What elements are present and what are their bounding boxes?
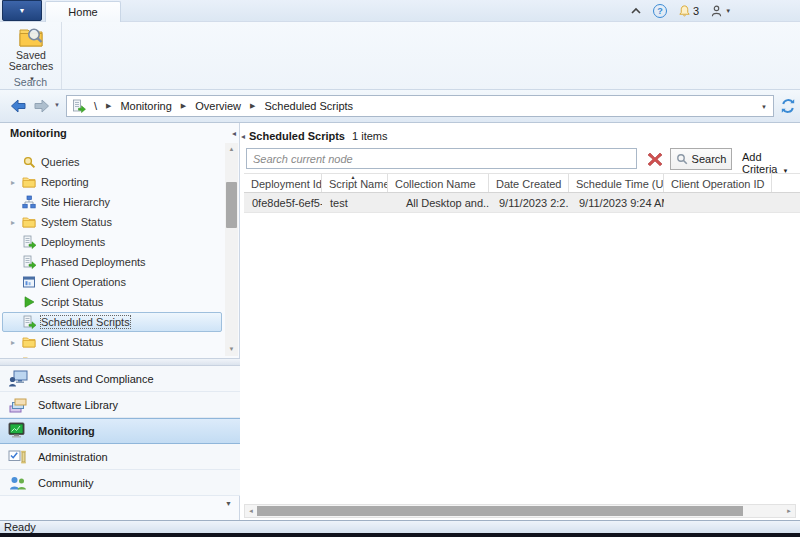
cell-script-name: test (322, 193, 388, 212)
refresh-icon[interactable] (780, 98, 797, 115)
add-criteria-button[interactable]: Add Criteria ▼ (742, 151, 796, 175)
ribbon-tab-bar: ▼ Home ? 3 ▼ (0, 0, 800, 22)
tree-item-site-hierarchy[interactable]: Site Hierarchy (2, 192, 222, 212)
back-button[interactable] (6, 94, 29, 117)
workspace-buttons: Assets and Compliance Software Library M… (0, 366, 240, 496)
breadcrumb-item-monitoring[interactable]: Monitoring (120, 100, 171, 112)
feedback-dropdown-arrow: ▼ (725, 8, 731, 14)
node-icon (71, 99, 86, 113)
saved-searches-icon (18, 25, 44, 49)
column-header-script-name[interactable]: ▲ Script Name (322, 174, 388, 192)
column-header-date-created[interactable]: Date Created (489, 174, 569, 192)
feedback-icon[interactable]: ▼ (710, 3, 731, 19)
collapse-ribbon-icon[interactable] (630, 3, 642, 19)
results-pane: ◂ Scheduled Scripts 1 items Search Add C… (240, 123, 800, 520)
folder-icon (22, 175, 36, 189)
scrollbar-thumb[interactable] (226, 182, 237, 228)
expand-arrow-icon[interactable]: ▸ (11, 338, 22, 347)
titlebar-icons: ? 3 ▼ (630, 2, 731, 20)
tree-item-deployments[interactable]: Deployments (2, 232, 222, 252)
collapse-pane-icon[interactable]: ◂ (232, 129, 236, 138)
status-bar: Ready (0, 520, 800, 533)
results-grid: Deployment Id ▲ Script Name Collection N… (244, 173, 800, 213)
workspace-assets-and-compliance[interactable]: Assets and Compliance (0, 366, 240, 392)
collapse-navigation-icon[interactable]: ◂ (241, 132, 245, 141)
notification-count: 3 (693, 5, 699, 17)
status-text: Ready (4, 521, 36, 533)
search-button[interactable]: Search (670, 148, 732, 170)
breadcrumb-separator-icon: ▶ (106, 102, 111, 110)
deployment-icon (22, 255, 36, 269)
breadcrumb[interactable]: \ ▶ Monitoring ▶ Overview ▶ Scheduled Sc… (66, 95, 774, 117)
app-menu-button[interactable]: ▼ (2, 0, 42, 21)
column-header-collection-name[interactable]: Collection Name (388, 174, 489, 192)
tree-item-reporting[interactable]: ▸ Reporting (2, 172, 222, 192)
folder-icon (22, 215, 36, 229)
workspace-monitoring[interactable]: Monitoring (0, 418, 240, 444)
tree-item-script-status[interactable]: Script Status (2, 292, 222, 312)
deployment-icon (22, 235, 36, 249)
grid-header: Deployment Id ▲ Script Name Collection N… (244, 173, 800, 193)
assets-and-compliance-icon (8, 370, 28, 388)
tree-item-scheduled-scripts[interactable]: Scheduled Scripts (2, 312, 222, 332)
cell-schedule-time: 9/11/2023 9:24 AM (569, 193, 664, 212)
pane-splitter[interactable] (0, 358, 240, 366)
help-icon[interactable]: ? (653, 3, 667, 19)
saved-searches-label-line2: Searches (9, 60, 53, 72)
item-count: 1 items (352, 130, 387, 142)
ribbon-group-search: Saved Searches ▼ Search (0, 22, 62, 89)
scroll-left-icon[interactable]: ◄ (245, 505, 257, 517)
expand-arrow-icon[interactable]: ▸ (11, 218, 22, 227)
navigation-pane: Monitoring ◂ Queries ▸ Reporting (0, 123, 240, 520)
breadcrumb-root[interactable]: \ (94, 100, 97, 112)
tree-item-client-operations[interactable]: Client Operations (2, 272, 222, 292)
column-header-schedule-time[interactable]: Schedule Time (UTC) (569, 174, 664, 192)
software-library-icon (8, 396, 28, 414)
tab-home[interactable]: Home (45, 1, 121, 22)
workspace-software-library[interactable]: Software Library (0, 392, 240, 418)
tree-item-system-status[interactable]: ▸ System Status (2, 212, 222, 232)
forward-button[interactable] (30, 94, 53, 117)
workspace-community[interactable]: Community (0, 470, 240, 496)
history-dropdown-arrow[interactable]: ▼ (54, 102, 60, 108)
configure-workspaces-icon[interactable]: ▼ (225, 500, 232, 507)
sort-ascending-icon: ▲ (351, 174, 356, 180)
table-row[interactable]: 0fe8de5f-6ef5-... test All Desktop and..… (244, 193, 800, 213)
tree-item-queries[interactable]: Queries (2, 152, 222, 172)
list-title-text: Scheduled Scripts (249, 130, 345, 142)
ribbon: Saved Searches ▼ Search (0, 22, 800, 90)
scroll-right-icon[interactable]: ► (783, 505, 795, 517)
address-dropdown-arrow[interactable]: ▼ (761, 104, 767, 110)
site-hierarchy-icon (22, 195, 36, 209)
cell-date-created: 9/11/2023 2:2... (489, 193, 569, 212)
client-operations-icon (22, 275, 36, 289)
navigation-pane-title: Monitoring (0, 123, 239, 143)
breadcrumb-item-overview[interactable]: Overview (195, 100, 241, 112)
notifications-bell-icon[interactable]: 3 (678, 3, 699, 19)
scroll-down-icon[interactable]: ▼ (225, 343, 238, 356)
configuration-manager-window: ▼ Home ? 3 ▼ (0, 0, 800, 537)
breadcrumb-separator-icon: ▶ (250, 102, 255, 110)
tree-item-client-status[interactable]: ▸ Client Status (2, 332, 222, 352)
tree-item-phased-deployments[interactable]: Phased Deployments (2, 252, 222, 272)
scroll-up-icon[interactable]: ▲ (225, 143, 238, 156)
clear-search-icon[interactable] (643, 148, 667, 169)
column-header-client-operation-id[interactable]: Client Operation ID (664, 174, 772, 192)
script-status-play-icon (22, 295, 36, 309)
expand-arrow-icon[interactable]: ▸ (11, 178, 22, 187)
search-input[interactable] (246, 148, 637, 169)
administration-icon (8, 448, 28, 466)
saved-searches-button[interactable]: Saved Searches ▼ (3, 24, 59, 74)
monitoring-tree: Queries ▸ Reporting Site Hierarchy ▸ (0, 143, 240, 358)
horizontal-scrollbar[interactable]: ◄ ► (244, 504, 796, 518)
column-header-deployment-id[interactable]: Deployment Id (244, 174, 322, 192)
workspace-buttons-footer: ▼ (0, 496, 240, 520)
ribbon-group-label-search: Search (0, 76, 61, 88)
breadcrumb-item-scheduled-scripts[interactable]: Scheduled Scripts (264, 100, 353, 112)
tree-scrollbar[interactable]: ▲ ▼ (225, 143, 238, 356)
cell-client-operation-id (664, 193, 772, 212)
deployment-icon (22, 315, 36, 329)
workspace-administration[interactable]: Administration (0, 444, 240, 470)
scrollbar-thumb[interactable] (257, 506, 743, 516)
window-bottom-edge (0, 533, 800, 537)
